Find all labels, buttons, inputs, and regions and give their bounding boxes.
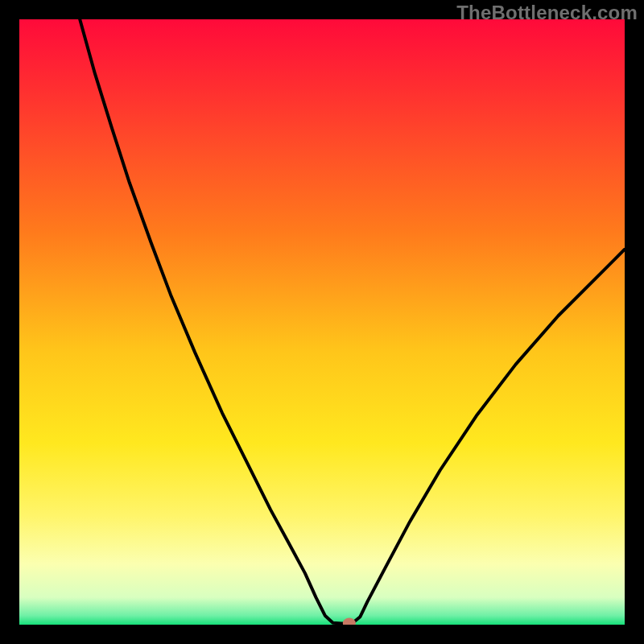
plot-area (19, 19, 625, 625)
gradient-background (19, 19, 625, 625)
chart-svg (19, 19, 625, 625)
chart-frame: TheBottleneck.com (0, 0, 644, 644)
